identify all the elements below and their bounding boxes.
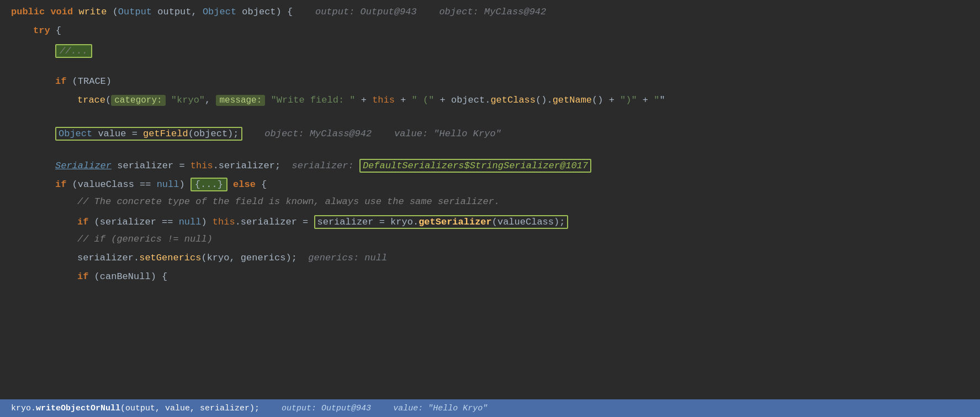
method-trace: trace [77,95,105,105]
code-line-serializer: Serializer serializer = this.serializer;… [0,158,980,177]
code-line-if-cannbenull: if (canBeNull) { [0,270,980,289]
status-hint1: output: Output@943 [282,404,371,413]
status-code: kryo. [11,404,36,413]
str-kryo: "kryo" [171,95,205,105]
code-line-comment2: // if (generics != null) [0,233,980,252]
empty-line-1 [0,62,980,75]
param-output: output, [152,7,203,17]
code-line-comment1: // The concrete type of the field is kno… [0,195,980,214]
hint-output: output: Output@943 [293,7,416,17]
keyword-this: this [372,95,395,105]
comment-concrete: // The concrete type of the field is kno… [77,196,500,207]
getfield-boxed: Object value = getField(object); [55,127,242,141]
space1 [166,95,171,105]
hint-object2: object: MyClass@942 [242,129,372,139]
keyword-public: public [11,7,50,17]
brace-collapsed: ) [179,179,190,190]
method-setgenerics: setGenerics [139,253,201,263]
method-getclass: getClass [490,95,536,105]
keyword-else: else [233,179,256,190]
str-paren-open: " (" [412,95,435,105]
paren-trace: (TRACE) [72,76,112,87]
type-object2: Object [59,129,92,139]
comma1: , [205,95,216,105]
code-line-if-valueclass: if (valueClass == null) {...} else { [0,177,980,195]
hint-serializer-label: serializer: [292,161,359,171]
type-serializer: Serializer [55,161,112,171]
method-write: write [78,7,112,17]
code-line-comment-dots: //... [0,43,980,62]
serializer-assign: serializer = kryo. [317,217,419,227]
keyword-if2: if [55,179,72,190]
else-brace: { [256,179,267,190]
else-keyword [227,179,233,190]
brace-try: { [56,25,61,36]
hint-value: value: "Hello Kryo" [372,129,501,139]
hint-serializer-value-box: DefaultSerializers$StringSerializer@1017 [359,159,591,173]
code-line-setgenerics: serializer.setGenerics(kryo, generics); … [0,252,980,270]
keyword-if: if [55,76,72,87]
hint-generics: generics: null [308,253,387,263]
hint-serializer-value: DefaultSerializers$StringSerializer@1017 [363,161,588,171]
code-line-if-trace: if (TRACE) [0,75,980,94]
collapsed-block: {...} [190,178,227,191]
trace-paren: ( [105,95,111,105]
code-line-if-serializer: if (serializer == null) this.serializer … [0,214,980,233]
str-paren-close: ")" [620,95,637,105]
status-bar: kryo.writeObjectOrNull(output, value, se… [0,399,980,417]
cannbenull-cond: (canBeNull) { [94,271,168,282]
getserializer-call: (valueClass); [492,217,565,227]
type-output: Output [118,7,152,17]
keyword-try: try [33,25,56,36]
dot-serializer2: .serializer = [235,217,314,227]
var-value: value = [92,129,143,139]
keyword-void: void [50,7,78,17]
keyword-null2: null [179,217,202,227]
str-write-field: "Write field: " [271,95,355,105]
code-line-try: try { [0,24,980,43]
paren-open: ( [113,7,118,17]
param-message: message: [216,95,265,106]
serializer-null-cond: (serializer == [94,217,179,227]
paren-close2: ) [201,217,212,227]
code-editor: public void write (Output output, Object… [0,0,980,417]
keyword-null: null [157,179,179,190]
param-object: object) { [236,7,293,17]
code-line-getfield: Object value = getField(object); object:… [0,126,980,145]
plus4: + [637,95,654,105]
status-hint2: value: "Hello Kryo" [393,404,488,413]
var-serializer: serializer = [112,161,190,171]
parens-getclass: (). [536,95,553,105]
code-line-1: public void write (Output output, Object… [0,6,980,24]
getfield-call: (object); [188,129,239,139]
plus1: + [356,95,373,105]
this2: this [213,217,235,227]
serializer-ref: serializer. [77,253,139,263]
dot-serializer: .serializer; [213,161,292,171]
getserializer-boxed: serializer = kryo.getSerializer(valueCla… [314,215,569,229]
method-getname: getName [553,95,592,105]
this-keyword: this [190,161,213,171]
valueclass-cond: (valueClass == [72,179,157,190]
hint-object: object: MyClass@942 [417,7,547,17]
comment-generics: // if (generics != null) [77,234,213,244]
parens-getname: () + [592,95,620,105]
status-params: (output, value, serializer); [120,404,259,413]
space2 [265,95,271,105]
keyword-if3: if [77,217,94,227]
param-category: category: [111,95,165,106]
plus3: + [434,95,451,105]
keyword-if4: if [77,271,94,282]
setgenerics-call: (kryo, generics); [201,253,308,263]
plus2: + [395,95,412,105]
str-plus: " [654,95,659,105]
empty-line-3 [0,145,980,158]
type-object: Object [203,7,236,17]
method-getfield: getField [143,129,188,139]
status-method: writeObjectOrNull [36,404,120,413]
quote-end: " [659,95,665,105]
method-getserializer: getSerializer [419,217,492,227]
object-ref: object. [451,95,490,105]
code-line-trace: trace(category: "kryo", message: "Write … [0,94,980,113]
comment-collapsed: //... [55,44,92,58]
